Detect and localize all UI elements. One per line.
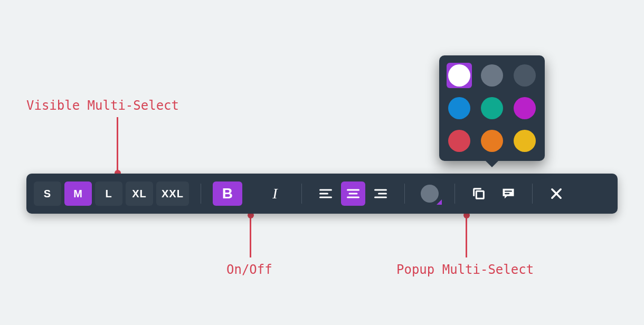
color-swatch-button[interactable] [416,181,443,206]
divider [532,184,533,204]
size-l-button[interactable]: L [95,181,122,206]
divider [301,184,302,204]
close-button[interactable] [544,181,569,206]
divider [201,184,201,204]
italic-glyph: I [272,185,277,202]
annotation-on-off: On/Off [226,262,272,277]
color-option-white[interactable] [447,63,472,88]
divider [404,184,405,204]
color-option-orange[interactable] [479,128,505,154]
color-dot [481,64,503,87]
align-group [314,181,393,206]
align-center-icon [346,186,361,201]
current-color-swatch [421,185,439,203]
align-center-button[interactable] [341,181,365,206]
color-dot [448,130,470,152]
size-xxl-button[interactable]: XXL [156,181,189,206]
size-xl-button[interactable]: XL [126,181,153,206]
align-right-icon [373,186,388,201]
align-right-button[interactable] [368,181,393,206]
copy-button[interactable] [467,181,491,206]
bold-toggle[interactable]: B [213,181,242,206]
color-option-dark[interactable] [512,63,537,88]
copy-icon [471,186,486,201]
color-option-magenta[interactable] [512,95,537,121]
connector-visible-multi-select [117,117,118,173]
color-dot [448,64,470,87]
color-dot [514,64,536,87]
align-left-button[interactable] [314,181,338,206]
color-popup [439,55,545,161]
color-dot [514,130,536,152]
align-left-icon [318,186,333,201]
size-s-button[interactable]: S [34,181,61,206]
connector-on-off [250,215,251,257]
color-option-red[interactable] [447,128,472,154]
color-dot [514,97,536,119]
color-option-gray[interactable] [479,63,505,88]
annotation-visible-multi-select: Visible Multi-Select [26,98,179,113]
color-option-teal[interactable] [479,95,505,121]
color-option-blue[interactable] [447,95,472,121]
connector-popup-multi-select [466,215,467,257]
size-group: S M L XL XXL [34,181,189,206]
close-icon [549,186,564,201]
divider [454,184,455,204]
color-dot [481,97,503,119]
color-dot [448,97,470,119]
italic-toggle[interactable]: I [260,181,290,206]
bold-glyph: B [222,185,233,202]
comment-icon [501,186,516,201]
style-group: B I [213,181,290,206]
comment-button[interactable] [496,181,520,206]
annotation-popup-multi-select: Popup Multi-Select [396,262,534,277]
svg-rect-9 [476,191,484,198]
color-option-yellow[interactable] [512,128,537,154]
toolbar: S M L XL XXL B I [26,174,618,214]
size-m-button[interactable]: M [64,181,92,206]
color-dot [481,130,503,152]
